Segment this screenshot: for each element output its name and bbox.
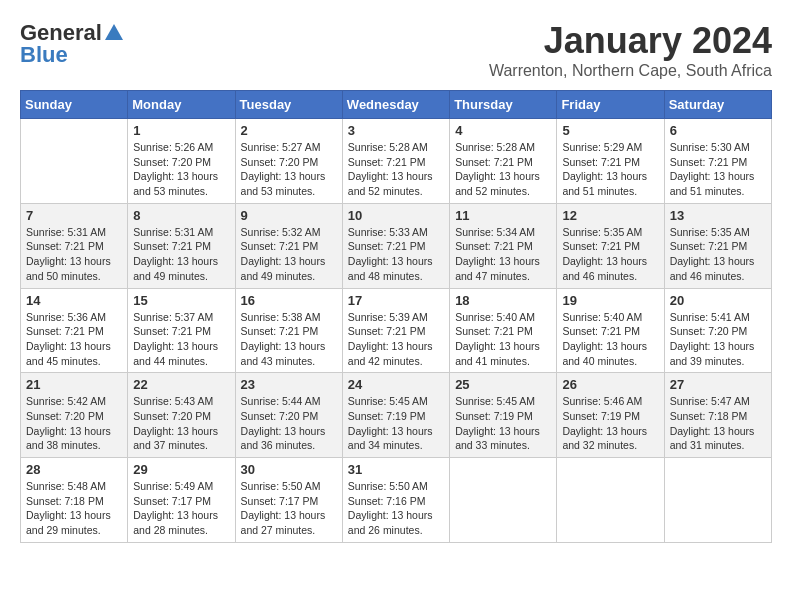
calendar-week-4: 28Sunrise: 5:48 AMSunset: 7:18 PMDayligh… <box>21 458 772 543</box>
day-number: 29 <box>133 462 229 477</box>
header-wednesday: Wednesday <box>342 91 449 119</box>
day-number: 30 <box>241 462 337 477</box>
day-number: 14 <box>26 293 122 308</box>
day-info: Sunrise: 5:35 AMSunset: 7:21 PMDaylight:… <box>562 225 658 284</box>
day-info: Sunrise: 5:28 AMSunset: 7:21 PMDaylight:… <box>348 140 444 199</box>
calendar-cell <box>557 458 664 543</box>
calendar-cell: 5Sunrise: 5:29 AMSunset: 7:21 PMDaylight… <box>557 119 664 204</box>
calendar-cell: 10Sunrise: 5:33 AMSunset: 7:21 PMDayligh… <box>342 203 449 288</box>
calendar-cell: 20Sunrise: 5:41 AMSunset: 7:20 PMDayligh… <box>664 288 771 373</box>
day-number: 24 <box>348 377 444 392</box>
calendar-cell: 23Sunrise: 5:44 AMSunset: 7:20 PMDayligh… <box>235 373 342 458</box>
day-info: Sunrise: 5:50 AMSunset: 7:17 PMDaylight:… <box>241 479 337 538</box>
day-info: Sunrise: 5:31 AMSunset: 7:21 PMDaylight:… <box>133 225 229 284</box>
day-number: 9 <box>241 208 337 223</box>
calendar-cell: 28Sunrise: 5:48 AMSunset: 7:18 PMDayligh… <box>21 458 128 543</box>
day-info: Sunrise: 5:35 AMSunset: 7:21 PMDaylight:… <box>670 225 766 284</box>
calendar-cell: 9Sunrise: 5:32 AMSunset: 7:21 PMDaylight… <box>235 203 342 288</box>
calendar-cell: 18Sunrise: 5:40 AMSunset: 7:21 PMDayligh… <box>450 288 557 373</box>
calendar-cell: 27Sunrise: 5:47 AMSunset: 7:18 PMDayligh… <box>664 373 771 458</box>
day-info: Sunrise: 5:27 AMSunset: 7:20 PMDaylight:… <box>241 140 337 199</box>
calendar-cell: 12Sunrise: 5:35 AMSunset: 7:21 PMDayligh… <box>557 203 664 288</box>
day-number: 16 <box>241 293 337 308</box>
day-number: 27 <box>670 377 766 392</box>
calendar-cell: 16Sunrise: 5:38 AMSunset: 7:21 PMDayligh… <box>235 288 342 373</box>
calendar-cell <box>450 458 557 543</box>
day-info: Sunrise: 5:36 AMSunset: 7:21 PMDaylight:… <box>26 310 122 369</box>
calendar-week-3: 21Sunrise: 5:42 AMSunset: 7:20 PMDayligh… <box>21 373 772 458</box>
calendar-cell: 6Sunrise: 5:30 AMSunset: 7:21 PMDaylight… <box>664 119 771 204</box>
calendar-cell: 4Sunrise: 5:28 AMSunset: 7:21 PMDaylight… <box>450 119 557 204</box>
calendar-cell: 17Sunrise: 5:39 AMSunset: 7:21 PMDayligh… <box>342 288 449 373</box>
day-info: Sunrise: 5:50 AMSunset: 7:16 PMDaylight:… <box>348 479 444 538</box>
day-info: Sunrise: 5:37 AMSunset: 7:21 PMDaylight:… <box>133 310 229 369</box>
day-info: Sunrise: 5:45 AMSunset: 7:19 PMDaylight:… <box>348 394 444 453</box>
calendar-cell <box>664 458 771 543</box>
day-info: Sunrise: 5:30 AMSunset: 7:21 PMDaylight:… <box>670 140 766 199</box>
day-number: 23 <box>241 377 337 392</box>
calendar-cell: 31Sunrise: 5:50 AMSunset: 7:16 PMDayligh… <box>342 458 449 543</box>
day-info: Sunrise: 5:26 AMSunset: 7:20 PMDaylight:… <box>133 140 229 199</box>
day-number: 12 <box>562 208 658 223</box>
calendar-table: SundayMondayTuesdayWednesdayThursdayFrid… <box>20 90 772 543</box>
day-info: Sunrise: 5:34 AMSunset: 7:21 PMDaylight:… <box>455 225 551 284</box>
day-number: 19 <box>562 293 658 308</box>
day-number: 7 <box>26 208 122 223</box>
day-number: 10 <box>348 208 444 223</box>
day-info: Sunrise: 5:40 AMSunset: 7:21 PMDaylight:… <box>455 310 551 369</box>
calendar-cell: 7Sunrise: 5:31 AMSunset: 7:21 PMDaylight… <box>21 203 128 288</box>
header-thursday: Thursday <box>450 91 557 119</box>
day-info: Sunrise: 5:43 AMSunset: 7:20 PMDaylight:… <box>133 394 229 453</box>
calendar-cell: 19Sunrise: 5:40 AMSunset: 7:21 PMDayligh… <box>557 288 664 373</box>
day-number: 25 <box>455 377 551 392</box>
logo: General Blue <box>20 20 126 68</box>
calendar-cell: 14Sunrise: 5:36 AMSunset: 7:21 PMDayligh… <box>21 288 128 373</box>
day-number: 15 <box>133 293 229 308</box>
header-sunday: Sunday <box>21 91 128 119</box>
day-info: Sunrise: 5:47 AMSunset: 7:18 PMDaylight:… <box>670 394 766 453</box>
day-number: 2 <box>241 123 337 138</box>
calendar-cell: 8Sunrise: 5:31 AMSunset: 7:21 PMDaylight… <box>128 203 235 288</box>
calendar-cell: 30Sunrise: 5:50 AMSunset: 7:17 PMDayligh… <box>235 458 342 543</box>
day-info: Sunrise: 5:48 AMSunset: 7:18 PMDaylight:… <box>26 479 122 538</box>
day-number: 31 <box>348 462 444 477</box>
calendar-cell: 2Sunrise: 5:27 AMSunset: 7:20 PMDaylight… <box>235 119 342 204</box>
day-number: 17 <box>348 293 444 308</box>
day-number: 18 <box>455 293 551 308</box>
calendar-cell: 25Sunrise: 5:45 AMSunset: 7:19 PMDayligh… <box>450 373 557 458</box>
day-number: 1 <box>133 123 229 138</box>
day-number: 4 <box>455 123 551 138</box>
day-info: Sunrise: 5:33 AMSunset: 7:21 PMDaylight:… <box>348 225 444 284</box>
calendar-cell: 24Sunrise: 5:45 AMSunset: 7:19 PMDayligh… <box>342 373 449 458</box>
day-info: Sunrise: 5:42 AMSunset: 7:20 PMDaylight:… <box>26 394 122 453</box>
day-info: Sunrise: 5:32 AMSunset: 7:21 PMDaylight:… <box>241 225 337 284</box>
day-number: 3 <box>348 123 444 138</box>
logo-icon <box>103 22 125 44</box>
day-number: 26 <box>562 377 658 392</box>
day-info: Sunrise: 5:29 AMSunset: 7:21 PMDaylight:… <box>562 140 658 199</box>
calendar-cell: 15Sunrise: 5:37 AMSunset: 7:21 PMDayligh… <box>128 288 235 373</box>
calendar-cell: 26Sunrise: 5:46 AMSunset: 7:19 PMDayligh… <box>557 373 664 458</box>
day-number: 5 <box>562 123 658 138</box>
calendar-cell <box>21 119 128 204</box>
day-info: Sunrise: 5:38 AMSunset: 7:21 PMDaylight:… <box>241 310 337 369</box>
header: General Blue January 2024 Warrenton, Nor… <box>20 20 772 80</box>
calendar-header-row: SundayMondayTuesdayWednesdayThursdayFrid… <box>21 91 772 119</box>
header-tuesday: Tuesday <box>235 91 342 119</box>
logo-blue: Blue <box>20 42 68 68</box>
calendar-cell: 11Sunrise: 5:34 AMSunset: 7:21 PMDayligh… <box>450 203 557 288</box>
day-number: 8 <box>133 208 229 223</box>
calendar-cell: 13Sunrise: 5:35 AMSunset: 7:21 PMDayligh… <box>664 203 771 288</box>
calendar-cell: 22Sunrise: 5:43 AMSunset: 7:20 PMDayligh… <box>128 373 235 458</box>
day-info: Sunrise: 5:40 AMSunset: 7:21 PMDaylight:… <box>562 310 658 369</box>
calendar-week-2: 14Sunrise: 5:36 AMSunset: 7:21 PMDayligh… <box>21 288 772 373</box>
day-info: Sunrise: 5:28 AMSunset: 7:21 PMDaylight:… <box>455 140 551 199</box>
calendar-week-0: 1Sunrise: 5:26 AMSunset: 7:20 PMDaylight… <box>21 119 772 204</box>
day-number: 11 <box>455 208 551 223</box>
subtitle: Warrenton, Northern Cape, South Africa <box>489 62 772 80</box>
day-info: Sunrise: 5:45 AMSunset: 7:19 PMDaylight:… <box>455 394 551 453</box>
day-info: Sunrise: 5:46 AMSunset: 7:19 PMDaylight:… <box>562 394 658 453</box>
day-number: 20 <box>670 293 766 308</box>
day-info: Sunrise: 5:31 AMSunset: 7:21 PMDaylight:… <box>26 225 122 284</box>
header-friday: Friday <box>557 91 664 119</box>
